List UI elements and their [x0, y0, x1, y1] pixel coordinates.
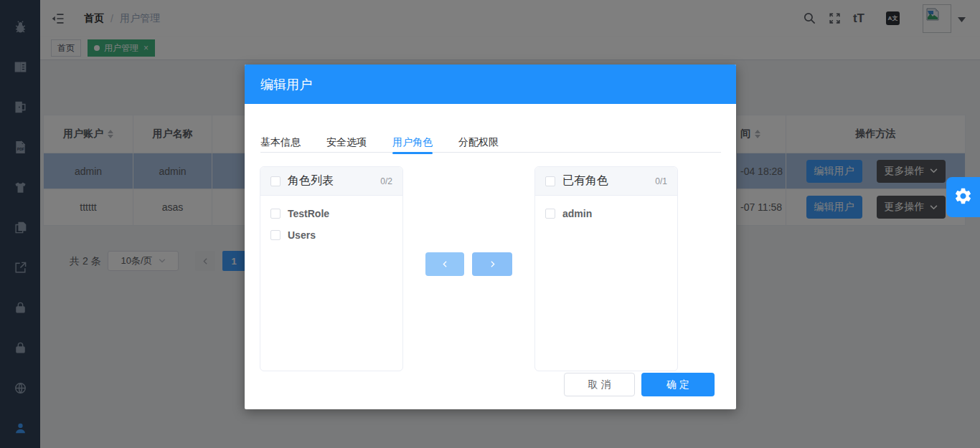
item-checkbox[interactable]: [270, 230, 281, 240]
tab-basic-info[interactable]: 基本信息: [260, 135, 301, 152]
transfer-to-source-button[interactable]: [425, 252, 464, 276]
transfer-source-header: 角色列表 0/2: [260, 167, 402, 196]
list-item[interactable]: admin: [535, 203, 677, 224]
settings-fab-button[interactable]: [946, 177, 980, 217]
item-checkbox[interactable]: [545, 209, 555, 219]
transfer-source-count: 0/2: [380, 176, 392, 186]
dialog-header: 编辑用户: [245, 65, 736, 104]
select-all-checkbox[interactable]: [545, 176, 555, 186]
tab-user-roles[interactable]: 用户角色: [392, 135, 433, 152]
transfer-source-title: 角色列表: [288, 173, 334, 189]
transfer-target-list: admin: [535, 196, 677, 224]
screen: PDF 首页 / 用户管理: [0, 0, 980, 448]
dialog-title: 编辑用户: [260, 76, 312, 93]
transfer-to-target-button[interactable]: [472, 252, 512, 276]
edit-user-dialog: 编辑用户 基本信息 安全选项 用户角色 分配权限 角色列表 0/2 TestRo…: [245, 65, 736, 409]
transfer-target-panel: 已有角色 0/1 admin: [534, 166, 678, 371]
chevron-right-icon: [488, 259, 497, 269]
transfer-source-list: TestRole Users: [260, 196, 402, 246]
transfer-target-header: 已有角色 0/1: [535, 167, 677, 196]
transfer-target-count: 0/1: [655, 176, 667, 186]
select-all-checkbox[interactable]: [270, 176, 281, 186]
gear-icon: [953, 186, 973, 209]
dialog-tabs: 基本信息 安全选项 用户角色 分配权限: [260, 135, 721, 153]
chevron-left-icon: [440, 259, 450, 269]
transfer-source-panel: 角色列表 0/2 TestRole Users: [260, 166, 403, 371]
list-item[interactable]: TestRole: [260, 203, 402, 224]
transfer-target-title: 已有角色: [562, 173, 608, 189]
tab-assign-permissions[interactable]: 分配权限: [458, 135, 499, 152]
confirm-button[interactable]: 确 定: [641, 373, 715, 396]
cancel-button[interactable]: 取 消: [564, 373, 635, 396]
item-checkbox[interactable]: [270, 209, 281, 219]
tab-security-options[interactable]: 安全选项: [326, 135, 367, 152]
list-item[interactable]: Users: [260, 224, 402, 246]
